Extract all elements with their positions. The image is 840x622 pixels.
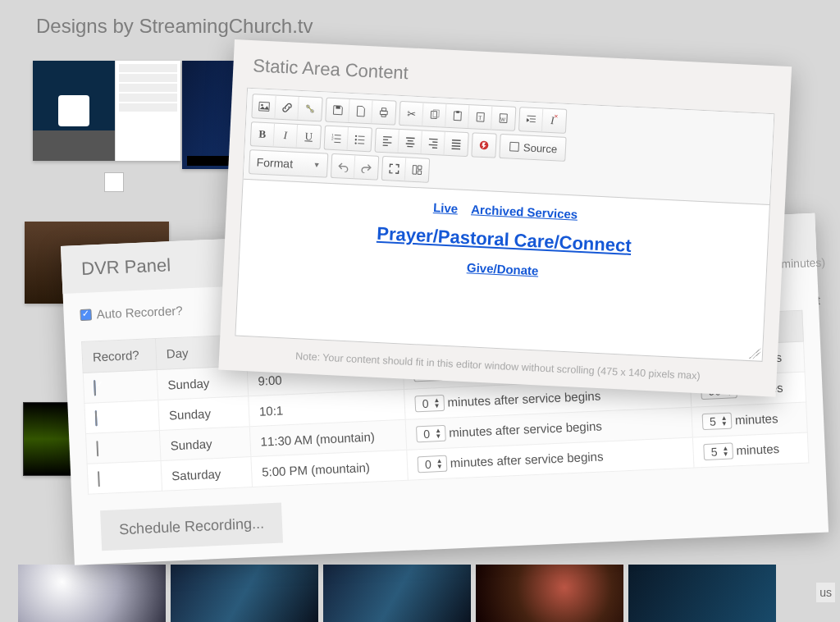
paste-word-icon[interactable]: W bbox=[491, 106, 515, 130]
link-archived[interactable]: Archived Services bbox=[471, 202, 578, 221]
svg-point-20 bbox=[354, 142, 356, 144]
duration-stepper[interactable]: 5▲▼ bbox=[702, 413, 733, 431]
print-icon[interactable] bbox=[372, 100, 395, 124]
svg-rect-23 bbox=[413, 166, 417, 175]
static-area-panel: Static Area Content ✂ T bbox=[218, 39, 792, 397]
svg-point-1 bbox=[261, 104, 263, 107]
align-justify-icon[interactable] bbox=[444, 132, 468, 156]
svg-text:T: T bbox=[477, 115, 482, 121]
duration-stepper[interactable]: 5▲▼ bbox=[703, 443, 733, 461]
align-left-icon[interactable] bbox=[376, 129, 399, 153]
link-live[interactable]: Live bbox=[433, 200, 459, 215]
offset-stepper[interactable]: 0▲▼ bbox=[414, 395, 445, 413]
svg-rect-4 bbox=[336, 106, 340, 109]
svg-rect-0 bbox=[258, 102, 269, 111]
link-icon[interactable] bbox=[275, 96, 299, 120]
svg-rect-24 bbox=[418, 166, 422, 170]
cut-icon[interactable]: ✂ bbox=[399, 102, 423, 126]
indent-left-icon[interactable] bbox=[519, 107, 543, 131]
unordered-list-icon[interactable] bbox=[348, 127, 372, 151]
record-checkbox[interactable] bbox=[94, 380, 96, 396]
redo-icon[interactable] bbox=[354, 155, 378, 179]
editor-content-area[interactable]: Live Archived Services Prayer/Pastoral C… bbox=[235, 180, 769, 361]
svg-rect-25 bbox=[418, 171, 422, 175]
ordered-list-icon[interactable]: 12 bbox=[325, 126, 349, 150]
svg-rect-22 bbox=[510, 142, 519, 151]
align-center-icon[interactable] bbox=[399, 130, 422, 153]
design-thumbnail-strip bbox=[18, 565, 840, 622]
undo-icon[interactable] bbox=[331, 154, 355, 178]
paste-text-icon[interactable]: T bbox=[468, 105, 492, 129]
schedule-recording-button[interactable]: Schedule Recording... bbox=[100, 503, 283, 551]
svg-text:2: 2 bbox=[331, 137, 333, 141]
underline-button[interactable]: U bbox=[297, 125, 321, 149]
svg-rect-11 bbox=[456, 111, 459, 113]
record-checkbox[interactable] bbox=[96, 441, 98, 456]
design-thumbnail-strip-item[interactable] bbox=[18, 565, 166, 622]
svg-rect-6 bbox=[381, 108, 386, 112]
show-blocks-icon[interactable] bbox=[405, 158, 429, 181]
copy-icon[interactable] bbox=[422, 103, 446, 126]
auto-recorder-check-icon bbox=[80, 309, 92, 321]
flash-icon[interactable] bbox=[472, 133, 495, 157]
design-thumbnail-strip-item[interactable] bbox=[628, 565, 776, 622]
link-prayer[interactable]: Prayer/Pastoral Care/Connect bbox=[377, 223, 632, 256]
format-dropdown[interactable]: Format▼ bbox=[249, 149, 328, 178]
thumbnail-pager-box[interactable] bbox=[104, 172, 124, 192]
source-button[interactable]: Source bbox=[500, 135, 565, 161]
save-icon[interactable] bbox=[326, 98, 349, 122]
day-cell: Sunday bbox=[158, 396, 250, 431]
svg-rect-7 bbox=[381, 114, 386, 117]
col-record: Record? bbox=[82, 339, 158, 373]
new-page-icon[interactable] bbox=[349, 99, 372, 123]
offset-stepper[interactable]: 0▲▼ bbox=[418, 455, 448, 473]
record-checkbox[interactable] bbox=[98, 471, 100, 487]
chevron-down-icon: ▼ bbox=[313, 161, 320, 169]
time-cell: 5:00 PM (mountain) bbox=[251, 450, 408, 487]
record-checkbox[interactable] bbox=[95, 410, 98, 426]
auto-recorder-label: Auto Recorder? bbox=[96, 304, 183, 322]
link-give[interactable]: Give/Donate bbox=[467, 260, 539, 277]
svg-point-19 bbox=[355, 139, 357, 140]
day-cell: Sunday bbox=[159, 427, 251, 461]
rich-text-editor: ✂ T W I× B I U 12 bbox=[235, 88, 774, 362]
design-thumbnail-1[interactable] bbox=[33, 61, 180, 161]
image-icon[interactable] bbox=[252, 94, 276, 118]
day-cell: Sunday bbox=[157, 366, 249, 400]
svg-text:W: W bbox=[500, 116, 505, 121]
align-right-icon[interactable] bbox=[421, 130, 445, 154]
day-cell: Saturday bbox=[161, 457, 253, 492]
unlink-icon[interactable] bbox=[298, 97, 322, 121]
page-title: Designs by StreamingChurch.tv bbox=[36, 15, 313, 38]
bold-button[interactable]: B bbox=[251, 122, 275, 146]
italic-button[interactable]: I bbox=[274, 124, 298, 148]
paste-icon[interactable] bbox=[445, 104, 469, 128]
contact-us-peek: us bbox=[816, 583, 835, 602]
design-thumbnail-strip-item[interactable] bbox=[171, 565, 318, 622]
svg-point-18 bbox=[355, 135, 357, 137]
resize-grip-icon[interactable] bbox=[749, 347, 761, 359]
offset-stepper[interactable]: 0▲▼ bbox=[416, 425, 446, 443]
remove-format-icon[interactable]: I× bbox=[542, 108, 566, 132]
design-thumbnail-strip-item[interactable] bbox=[476, 565, 623, 622]
maximize-icon[interactable] bbox=[382, 157, 406, 181]
design-thumbnail-strip-item[interactable] bbox=[323, 565, 471, 622]
duration-column-header: (minutes) bbox=[777, 256, 825, 271]
